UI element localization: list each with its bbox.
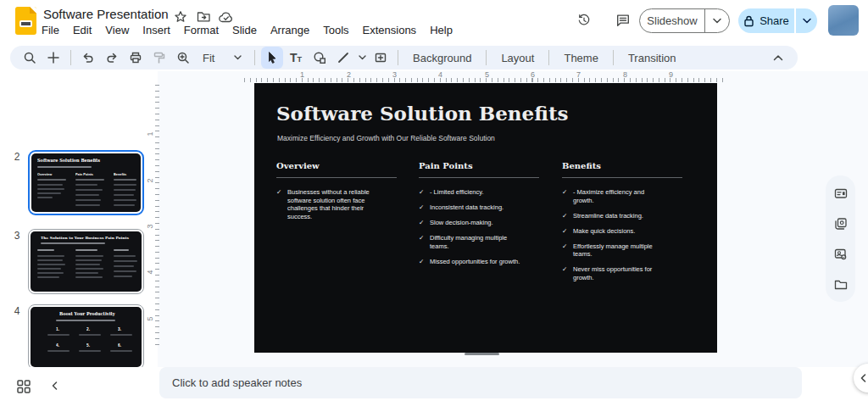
menu-tools[interactable]: Tools (323, 24, 348, 36)
zoom-select[interactable]: Fit (196, 47, 248, 69)
menu-edit[interactable]: Edit (73, 24, 92, 36)
h-ruler-number: 4 (438, 70, 442, 79)
share-button-group: Share (738, 8, 817, 33)
slides-logo-icon[interactable] (15, 7, 36, 35)
slide-columns: Overview ✓Businesses without a reliable … (276, 161, 704, 289)
transition-button[interactable]: Transition (620, 47, 685, 69)
text-box-tool-icon[interactable]: TT (285, 47, 307, 69)
main-toolbar: Fit TT Background Layout Theme Transitio… (10, 46, 798, 70)
version-history-icon[interactable] (576, 13, 592, 28)
menu-view[interactable]: View (105, 24, 129, 36)
google-slides-window: Software Presentation File Edit View Ins… (0, 0, 868, 412)
theme-button[interactable]: Theme (555, 47, 606, 69)
list-item: ✓Streamline data tracking. (562, 212, 665, 220)
slide-thumbnail-2[interactable]: Software Solution Benefits Overview Pain… (28, 150, 144, 215)
zoom-in-icon[interactable] (172, 47, 194, 69)
comments-icon[interactable] (615, 13, 631, 28)
paint-format-icon[interactable] (148, 47, 170, 69)
column-underline (276, 177, 397, 178)
toolbar-divider (548, 50, 549, 65)
share-label: Share (760, 14, 789, 27)
star-icon[interactable] (173, 9, 188, 25)
h-ruler-number: 2 (347, 70, 351, 79)
menu-format[interactable]: Format (184, 24, 219, 36)
select-tool-icon[interactable] (261, 47, 283, 69)
line-tool-icon[interactable] (332, 47, 354, 69)
grid-view-icon[interactable] (16, 379, 31, 394)
check-icon: ✓ (562, 265, 567, 274)
list-item: ✓Never miss opportunities for growth. (562, 265, 665, 281)
redo-icon[interactable] (101, 47, 123, 69)
slide-canvas[interactable]: Software Solution Benefits Maximize Effi… (254, 83, 717, 353)
menu-slide[interactable]: Slide (232, 24, 257, 36)
list-item: ✓Make quick decisions. (562, 227, 665, 236)
speaker-notes-input[interactable]: Click to add speaker notes (159, 367, 802, 398)
move-folder-icon[interactable] (196, 9, 211, 25)
slide-thumbnail-3[interactable]: The Solution to Your Business Pain Point… (28, 229, 144, 294)
document-title[interactable]: Software Presentation (43, 7, 169, 21)
thumb-title: Software Solution Benefits (37, 159, 100, 164)
new-slide-plus-icon[interactable] (42, 47, 64, 69)
undo-icon[interactable] (77, 47, 99, 69)
shape-tool-icon[interactable] (309, 47, 331, 69)
thumb-step: 4. (56, 343, 59, 348)
menu-extensions[interactable]: Extensions (363, 24, 417, 36)
column-heading: Overview (276, 161, 419, 170)
h-ruler-number: 9 (669, 70, 673, 79)
slideshow-dropdown-caret-icon[interactable] (705, 9, 729, 32)
expand-side-panel-button[interactable] (854, 364, 868, 393)
share-dropdown-caret-icon[interactable] (796, 8, 817, 33)
image-person-icon[interactable] (834, 248, 848, 261)
print-icon[interactable] (125, 47, 147, 69)
thumb-step: 6. (118, 343, 121, 348)
slide-number: 3 (10, 230, 24, 242)
h-ruler-number: 6 (531, 70, 535, 79)
collapse-toolbar-chevron-icon[interactable] (767, 47, 789, 69)
slide-number: 4 (10, 305, 24, 317)
folder-icon[interactable] (834, 278, 848, 292)
insert-placeholder-icon[interactable] (370, 47, 392, 69)
slide-title[interactable]: Software Solution Benefits (276, 102, 569, 125)
list-item: ✓Businesses without a reliable software … (276, 188, 380, 220)
slide-subtitle[interactable]: Maximize Efficiency and Growth with Our … (277, 134, 495, 142)
v-ruler-number: 5 (146, 316, 154, 320)
copies-pages-icon[interactable] (834, 217, 848, 231)
menu-arrange[interactable]: Arrange (270, 24, 309, 36)
cloud-status-icon[interactable] (219, 9, 234, 25)
thumb-step: 1. (56, 327, 59, 331)
toolbar-divider (398, 50, 398, 65)
check-icon: ✓ (562, 188, 567, 197)
notes-resize-handle[interactable] (465, 353, 499, 355)
menu-help[interactable]: Help (430, 24, 453, 36)
chevron-left-icon (859, 373, 868, 383)
menu-file[interactable]: File (42, 24, 59, 36)
column-pain-points[interactable]: Pain Points ✓- Limited efficiency. ✓Inco… (419, 161, 562, 289)
slide-number: 2 (10, 151, 24, 163)
share-button[interactable]: Share (738, 8, 794, 33)
column-benefits[interactable]: Benefits ✓- Maximize efficiency and grow… (562, 161, 704, 289)
layout-button[interactable]: Layout (492, 47, 542, 69)
list-item: ✓- Maximize efficiency and growth. (562, 188, 665, 204)
slideshow-button[interactable]: Slideshow (639, 8, 730, 33)
calendar-card-icon[interactable] (834, 187, 848, 200)
background-button[interactable]: Background (404, 47, 480, 69)
check-icon: ✓ (419, 234, 424, 242)
column-list: ✓- Maximize efficiency and growth. ✓Stre… (562, 188, 665, 281)
thumbnail-content: The Solution to Your Business Pain Point… (31, 231, 142, 292)
toolbar-divider (254, 50, 255, 65)
logo-fold-shape (30, 7, 36, 14)
column-overview[interactable]: Overview ✓Businesses without a reliable … (276, 161, 419, 289)
collapse-filmstrip-chevron-icon[interactable] (49, 380, 61, 392)
slide-thumbnail-4[interactable]: Boost Your Productivity 1. 2. 3. 4. 5. 6… (28, 304, 144, 367)
search-icon[interactable] (19, 47, 41, 69)
account-avatar[interactable] (828, 5, 859, 36)
menu-insert[interactable]: Insert (142, 24, 170, 36)
column-list: ✓- Limited efficiency. ✓Inconsistent dat… (419, 188, 522, 265)
slideshow-label: Slideshow (640, 9, 704, 32)
line-tool-caret-icon[interactable] (356, 47, 368, 69)
column-underline (562, 177, 682, 178)
thumb-title: Boost Your Productivity (59, 312, 115, 317)
check-icon: ✓ (562, 227, 567, 236)
check-icon: ✓ (419, 203, 424, 212)
thumb-title: The Solution to Your Business Pain Point… (41, 236, 129, 241)
